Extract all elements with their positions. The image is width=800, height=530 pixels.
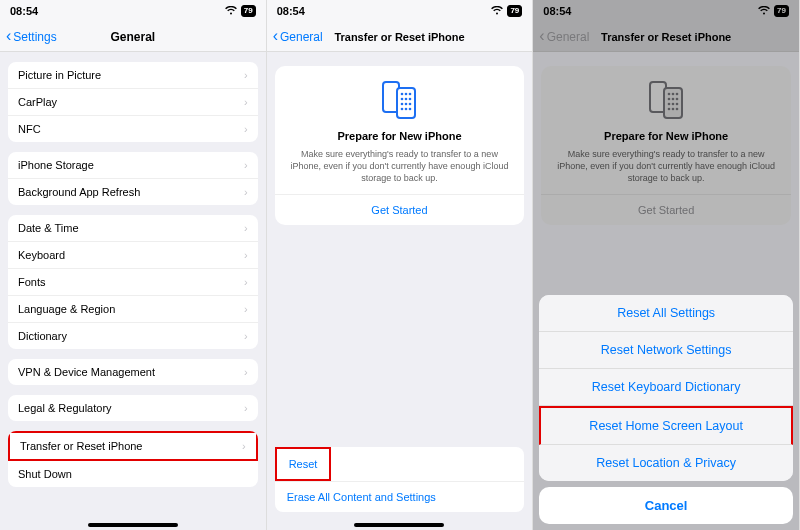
chevron-right-icon: › xyxy=(244,402,248,414)
card-body: Make sure everything's ready to transfer… xyxy=(285,148,515,184)
svg-point-6 xyxy=(405,98,408,101)
chevron-right-icon: › xyxy=(244,69,248,81)
chevron-right-icon: › xyxy=(242,440,246,452)
back-label: General xyxy=(280,30,323,44)
svg-point-9 xyxy=(405,103,408,106)
status-bar: 08:54 79 xyxy=(267,0,533,22)
svg-point-13 xyxy=(409,108,412,111)
prepare-card: Prepare for New iPhone Make sure everyth… xyxy=(275,66,525,225)
svg-point-5 xyxy=(401,98,404,101)
home-indicator[interactable] xyxy=(354,523,444,527)
row-background-refresh[interactable]: Background App Refresh› xyxy=(8,179,258,205)
row-keyboard[interactable]: Keyboard› xyxy=(8,242,258,269)
back-button[interactable]: ‹ General xyxy=(273,30,323,44)
wifi-icon xyxy=(491,5,503,17)
row-carplay[interactable]: CarPlay› xyxy=(8,89,258,116)
devices-icon xyxy=(285,80,515,120)
action-sheet: Reset All Settings Reset Network Setting… xyxy=(539,295,793,524)
svg-point-8 xyxy=(401,103,404,106)
status-bar: 08:54 79 xyxy=(0,0,266,22)
row-fonts[interactable]: Fonts› xyxy=(8,269,258,296)
wifi-icon xyxy=(225,5,237,17)
chevron-right-icon: › xyxy=(244,249,248,261)
chevron-right-icon: › xyxy=(244,366,248,378)
chevron-right-icon: › xyxy=(244,330,248,342)
svg-point-3 xyxy=(405,93,408,96)
navbar: ‹ General Transfer or Reset iPhone xyxy=(267,22,533,52)
sheet-reset-home-layout[interactable]: Reset Home Screen Layout xyxy=(539,406,793,445)
sheet-reset-network[interactable]: Reset Network Settings xyxy=(539,332,793,369)
chevron-right-icon: › xyxy=(244,159,248,171)
row-iphone-storage[interactable]: iPhone Storage› xyxy=(8,152,258,179)
row-shutdown[interactable]: Shut Down xyxy=(8,461,258,487)
chevron-right-icon: › xyxy=(244,96,248,108)
chevron-right-icon: › xyxy=(244,276,248,288)
row-vpn-device[interactable]: VPN & Device Management› xyxy=(8,359,258,385)
svg-point-11 xyxy=(401,108,404,111)
svg-point-2 xyxy=(401,93,404,96)
chevron-right-icon: › xyxy=(244,123,248,135)
row-transfer-reset[interactable]: Transfer or Reset iPhone› xyxy=(8,431,258,461)
chevron-right-icon: › xyxy=(244,303,248,315)
svg-point-10 xyxy=(409,103,412,106)
screen-transfer-reset: 08:54 79 ‹ General Transfer or Reset iPh… xyxy=(267,0,534,530)
sheet-reset-location-privacy[interactable]: Reset Location & Privacy xyxy=(539,445,793,481)
row-picture-in-picture[interactable]: Picture in Picture› xyxy=(8,62,258,89)
svg-point-12 xyxy=(405,108,408,111)
back-button[interactable]: ‹ Settings xyxy=(6,30,57,44)
sheet-reset-keyboard-dict[interactable]: Reset Keyboard Dictionary xyxy=(539,369,793,406)
battery-icon: 79 xyxy=(241,5,256,17)
sheet-reset-all-settings[interactable]: Reset All Settings xyxy=(539,295,793,332)
sheet-cancel-button[interactable]: Cancel xyxy=(539,487,793,524)
row-language-region[interactable]: Language & Region› xyxy=(8,296,258,323)
row-dictionary[interactable]: Dictionary› xyxy=(8,323,258,349)
chevron-right-icon: › xyxy=(244,222,248,234)
row-legal-regulatory[interactable]: Legal & Regulatory› xyxy=(8,395,258,421)
battery-icon: 79 xyxy=(507,5,522,17)
status-time: 08:54 xyxy=(10,5,38,17)
screen-reset-sheet: 08:54 79 ‹ General Transfer or Reset iPh… xyxy=(533,0,800,530)
home-indicator[interactable] xyxy=(88,523,178,527)
chevron-right-icon: › xyxy=(244,186,248,198)
erase-all-button[interactable]: Erase All Content and Settings xyxy=(275,481,525,512)
svg-point-7 xyxy=(409,98,412,101)
screen-general: 08:54 79 ‹ Settings General Picture in P… xyxy=(0,0,267,530)
status-time: 08:54 xyxy=(277,5,305,17)
row-nfc[interactable]: NFC› xyxy=(8,116,258,142)
svg-point-4 xyxy=(409,93,412,96)
navbar: ‹ Settings General xyxy=(0,22,266,52)
card-title: Prepare for New iPhone xyxy=(285,130,515,142)
get-started-button[interactable]: Get Started xyxy=(275,194,525,225)
back-label: Settings xyxy=(13,30,56,44)
row-date-time[interactable]: Date & Time› xyxy=(8,215,258,242)
reset-button[interactable]: Reset xyxy=(275,447,332,481)
settings-list: Picture in Picture› CarPlay› NFC› iPhone… xyxy=(0,62,266,487)
